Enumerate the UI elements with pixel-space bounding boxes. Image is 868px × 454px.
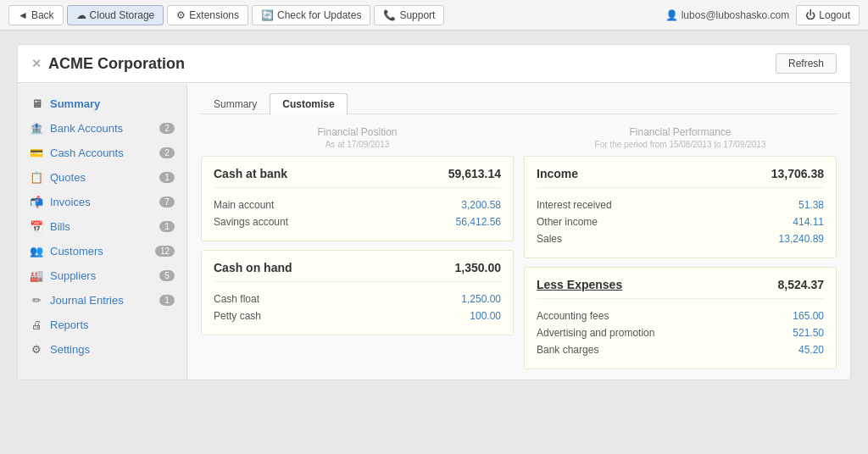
user-icon: 👤: [665, 9, 678, 21]
refresh-button[interactable]: Refresh: [776, 53, 837, 74]
sidebar-label-10: Settings: [50, 343, 90, 356]
sidebar-label-0: Summary: [50, 97, 100, 110]
user-email: 👤 lubos@luboshasko.com: [665, 9, 790, 21]
check-updates-button[interactable]: 🔄 Check for Updates: [252, 5, 370, 25]
row-label: Cash float: [214, 293, 259, 305]
sidebar-label-2: Cash Accounts: [50, 147, 124, 159]
row-label: Sales: [537, 233, 562, 245]
sidebar-icon-6: 👥: [30, 245, 43, 257]
row-label: Savings account: [214, 216, 288, 228]
sidebar-item-journal-entries[interactable]: ✏Journal Entries1: [18, 288, 186, 313]
sidebar-item-cash-accounts[interactable]: 💳Cash Accounts2: [18, 141, 186, 165]
row-value: 521.50: [793, 327, 824, 339]
sidebar-item-suppliers[interactable]: 🏭Suppliers5: [18, 263, 186, 288]
sidebar-item-summary[interactable]: 🖥Summary: [18, 91, 186, 116]
sidebar-badge-6: 12: [155, 246, 175, 257]
extensions-icon: ⚙: [176, 9, 186, 21]
fin-card-0: Cash at bank59,613.14Main account3,200.5…: [201, 156, 514, 241]
row-value: 51.38: [798, 199, 824, 211]
perf-header: Financial Performance For the period fro…: [524, 126, 837, 149]
sidebar-badge-7: 5: [159, 270, 175, 281]
sidebar: 🖥Summary🏦Bank Accounts2💳Cash Accounts2📋Q…: [18, 83, 187, 379]
cloud-icon: ☁: [76, 9, 86, 21]
sidebar-badge-5: 1: [159, 221, 175, 232]
tab-summary[interactable]: Summary: [201, 93, 270, 114]
topbar: ◄ Back ☁ Cloud Storage ⚙ Extensions 🔄 Ch…: [0, 0, 868, 30]
sidebar-icon-10: ⚙: [30, 343, 43, 356]
extensions-button[interactable]: ⚙ Extensions: [167, 5, 248, 25]
update-icon: 🔄: [261, 9, 274, 21]
close-button[interactable]: ✕: [31, 57, 42, 70]
fin-card-title-0: Cash at bank: [214, 167, 287, 180]
sidebar-label-7: Suppliers: [50, 269, 96, 282]
sidebar-badge-2: 2: [159, 147, 175, 158]
logout-icon: ⏻: [805, 9, 815, 21]
support-icon: 📞: [383, 9, 396, 21]
sidebar-item-customers[interactable]: 👥Customers12: [18, 239, 186, 263]
fin-card-row-1-1: Petty cash100.00: [214, 307, 501, 324]
fin-card-row-1-0: Accounting fees165.00: [537, 307, 824, 324]
sidebar-icon-5: 📅: [30, 220, 43, 233]
fp-title: Financial Position: [201, 126, 514, 138]
sidebar-item-settings[interactable]: ⚙Settings: [18, 337, 186, 362]
row-label: Interest received: [537, 199, 612, 211]
fin-card-row-0-1: Other income414.11: [537, 213, 824, 230]
cloud-storage-button[interactable]: ☁ Cloud Storage: [67, 5, 164, 25]
fp-subtitle: As at 17/09/2013: [201, 140, 514, 149]
row-value: 165.00: [793, 310, 824, 322]
sidebar-item-bills[interactable]: 📅Bills1: [18, 214, 186, 239]
fin-card-title-1: Cash on hand: [214, 261, 292, 274]
financial-grid: Financial Position As at 17/09/2013 Cash…: [201, 126, 837, 369]
sidebar-icon-2: 💳: [30, 147, 43, 159]
fin-card-title-1: Less Expenses: [537, 278, 622, 291]
support-button[interactable]: 📞 Support: [374, 5, 444, 25]
sidebar-badge-8: 1: [159, 295, 175, 306]
sidebar-item-reports[interactable]: 🖨Reports: [18, 313, 186, 337]
row-value: 56,412.56: [456, 216, 501, 228]
row-label: Advertising and promotion: [537, 327, 654, 339]
fin-card-1: Cash on hand1,350.00Cash float1,250.00Pe…: [201, 250, 514, 335]
row-label: Bank charges: [537, 344, 598, 356]
row-label: Accounting fees: [537, 310, 609, 322]
content-body: 🖥Summary🏦Bank Accounts2💳Cash Accounts2📋Q…: [17, 83, 851, 380]
fin-card-total-1: 8,524.37: [778, 278, 825, 291]
sidebar-icon-4: 📬: [30, 196, 43, 208]
sidebar-label-8: Journal Entries: [50, 294, 124, 307]
sidebar-icon-3: 📋: [30, 171, 43, 184]
row-value: 100.00: [470, 310, 501, 322]
sidebar-badge-1: 2: [159, 123, 175, 134]
logout-button[interactable]: ⏻ Logout: [796, 5, 860, 25]
main-panel: SummaryCustomise Financial Position As a…: [187, 83, 850, 379]
row-value: 3,200.58: [461, 199, 501, 211]
row-label: Petty cash: [214, 310, 261, 322]
sidebar-label-5: Bills: [50, 220, 70, 233]
fp-header: Financial Position As at 17/09/2013: [201, 126, 514, 149]
row-value: 414.11: [793, 216, 824, 228]
tab-customise[interactable]: Customise: [270, 93, 347, 114]
sidebar-item-invoices[interactable]: 📬Invoices7: [18, 190, 186, 214]
fin-card-row-1-1: Advertising and promotion521.50: [537, 324, 824, 341]
sidebar-icon-7: 🏭: [30, 269, 43, 282]
perf-subtitle: For the period from 15/08/2013 to 17/09/…: [524, 140, 837, 149]
sidebar-label-6: Customers: [50, 245, 103, 257]
fin-card-row-1-2: Bank charges45.20: [537, 341, 824, 358]
row-value: 1,250.00: [461, 293, 501, 305]
row-value: 13,240.89: [779, 233, 824, 245]
company-title-group: ✕ ACME Corporation: [31, 55, 185, 73]
tabs: SummaryCustomise: [201, 93, 837, 114]
sidebar-badge-3: 1: [159, 172, 175, 183]
back-button[interactable]: ◄ Back: [8, 5, 64, 25]
row-label: Other income: [537, 216, 598, 228]
fin-card-0: Income13,706.38Interest received51.38Oth…: [524, 156, 837, 258]
sidebar-item-bank-accounts[interactable]: 🏦Bank Accounts2: [18, 116, 186, 141]
main-area: ✕ ACME Corporation Refresh 🖥Summary🏦Bank…: [0, 30, 868, 394]
sidebar-icon-1: 🏦: [30, 122, 43, 135]
fin-card-total-0: 13,706.38: [771, 167, 824, 180]
fin-card-row-1-0: Cash float1,250.00: [214, 291, 501, 307]
sidebar-item-quotes[interactable]: 📋Quotes1: [18, 165, 186, 190]
fin-card-row-0-1: Savings account56,412.56: [214, 213, 501, 230]
sidebar-icon-9: 🖨: [30, 318, 43, 331]
perf-cards: Income13,706.38Interest received51.38Oth…: [524, 156, 837, 369]
financial-position-col: Financial Position As at 17/09/2013 Cash…: [201, 126, 514, 369]
sidebar-icon-0: 🖥: [30, 97, 43, 110]
